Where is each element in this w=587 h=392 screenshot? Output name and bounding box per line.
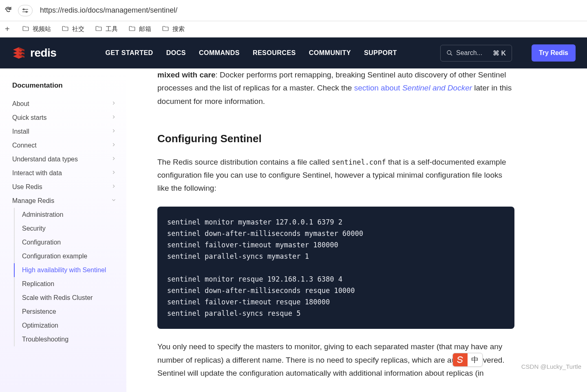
- sidebar-subitem-configuration-example[interactable]: Configuration example: [22, 249, 119, 263]
- bookmark-folder[interactable]: 社交: [62, 25, 84, 33]
- nav-docs[interactable]: DOCS: [166, 49, 186, 57]
- folder-icon: [22, 25, 29, 33]
- logo-text: redis: [30, 46, 56, 59]
- sidebar: Documentation AboutQuick startsInstallCo…: [0, 68, 126, 392]
- nav-links: GET STARTED DOCS COMMANDS RESOURCES COMM…: [105, 49, 426, 57]
- sidebar-subitem-administration[interactable]: Administration: [22, 208, 119, 222]
- chevron-right-icon: [111, 183, 117, 191]
- sidebar-subitem-optimization[interactable]: Optimization: [22, 319, 119, 333]
- sidebar-item-install[interactable]: Install: [12, 125, 119, 139]
- search-shortcut: ⌘ K: [493, 49, 506, 57]
- code-block-sentinel-conf[interactable]: sentinel monitor mymaster 127.0.0.1 6379…: [157, 207, 514, 329]
- folder-icon: [62, 25, 69, 33]
- folder-icon: [128, 25, 136, 33]
- svg-point-10: [447, 51, 451, 54]
- sidebar-subitem-replication[interactable]: Replication: [22, 277, 119, 291]
- url-text[interactable]: https://redis.io/docs/management/sentine…: [38, 6, 583, 15]
- sidebar-item-interact-with-data[interactable]: Interact with data: [12, 166, 119, 180]
- bookmark-folder[interactable]: 工具: [95, 25, 118, 33]
- nav-community[interactable]: COMMUNITY: [309, 49, 351, 57]
- inline-code-sentinel-conf: sentinel.conf: [332, 158, 386, 166]
- sidebar-item-connect[interactable]: Connect: [12, 139, 119, 152]
- chevron-down-icon: [111, 197, 117, 205]
- chevron-right-icon: [111, 128, 117, 135]
- bookmarks-bar: + 视频站 社交 工具 邮箱 搜索: [0, 21, 587, 37]
- heading-configuring-sentinel: Configuring Sentinel: [157, 132, 514, 145]
- sidebar-heading: Documentation: [12, 81, 119, 90]
- site-header: redis GET STARTED DOCS COMMANDS RESOURCE…: [0, 37, 587, 68]
- bookmark-folder[interactable]: 视频站: [22, 25, 51, 33]
- paragraph-docker-note: mixed with care: Docker performs port re…: [157, 68, 514, 108]
- paragraph-intro: The Redis source distribution contains a…: [157, 156, 514, 195]
- reload-icon[interactable]: [4, 6, 12, 15]
- try-redis-button[interactable]: Try Redis: [532, 44, 576, 62]
- chevron-right-icon: [111, 156, 117, 163]
- ime-indicator[interactable]: 中: [452, 353, 483, 367]
- nav-get-started[interactable]: GET STARTED: [105, 49, 153, 57]
- search-button[interactable]: Search... ⌘ K: [440, 45, 512, 62]
- bookmark-folder[interactable]: 搜索: [162, 25, 185, 33]
- bookmark-label: 视频站: [33, 25, 51, 33]
- chevron-right-icon: [111, 142, 117, 149]
- sidebar-subitem-persistence[interactable]: Persistence: [22, 305, 119, 319]
- nav-support[interactable]: SUPPORT: [364, 49, 397, 57]
- folder-icon: [95, 25, 102, 33]
- sidebar-subitem-troubleshooting[interactable]: Troubleshooting: [22, 333, 119, 346]
- watermark-text: CSDN @Lucky_Turtle: [521, 363, 581, 370]
- bookmark-folder[interactable]: 邮箱: [128, 25, 151, 33]
- site-settings-icon[interactable]: [18, 5, 33, 16]
- folder-icon: [162, 25, 169, 33]
- bookmark-label: 工具: [106, 25, 118, 33]
- search-icon: [446, 50, 453, 56]
- svg-line-11: [450, 54, 452, 55]
- main-content: mixed with care: Docker performs port re…: [126, 68, 587, 392]
- sogou-logo-icon: [453, 353, 468, 366]
- sidebar-subitem-security[interactable]: Security: [22, 222, 119, 236]
- browser-url-bar: https://redis.io/docs/management/sentine…: [0, 0, 587, 21]
- redis-logo-icon: [11, 46, 26, 60]
- link-sentinel-docker-section[interactable]: section about Sentinel and Docker: [354, 84, 472, 92]
- chevron-right-icon: [111, 100, 117, 108]
- sidebar-item-manage-redis[interactable]: Manage Redis: [12, 194, 119, 208]
- search-placeholder: Search...: [456, 49, 482, 57]
- ime-mode-label: 中: [468, 353, 482, 366]
- sidebar-item-quick-starts[interactable]: Quick starts: [12, 111, 119, 125]
- bookmark-label: 邮箱: [139, 25, 151, 33]
- bookmark-label: 社交: [72, 25, 84, 33]
- bookmark-label: 搜索: [172, 25, 185, 33]
- sidebar-item-use-redis[interactable]: Use Redis: [12, 180, 119, 194]
- chevron-right-icon: [111, 170, 117, 177]
- sidebar-item-about[interactable]: About: [12, 97, 119, 111]
- chevron-right-icon: [111, 114, 117, 121]
- sidebar-subitem-scale-with-redis-cluster[interactable]: Scale with Redis Cluster: [22, 291, 119, 305]
- sidebar-subitem-high-availability-with-sentinel[interactable]: High availability with Sentinel: [22, 263, 119, 277]
- nav-resources[interactable]: RESOURCES: [253, 49, 296, 57]
- add-bookmark-icon[interactable]: +: [3, 24, 11, 34]
- sidebar-item-understand-data-types[interactable]: Understand data types: [12, 152, 119, 166]
- sidebar-subitem-configuration[interactable]: Configuration: [22, 236, 119, 249]
- nav-commands[interactable]: COMMANDS: [199, 49, 240, 57]
- logo[interactable]: redis: [11, 46, 56, 60]
